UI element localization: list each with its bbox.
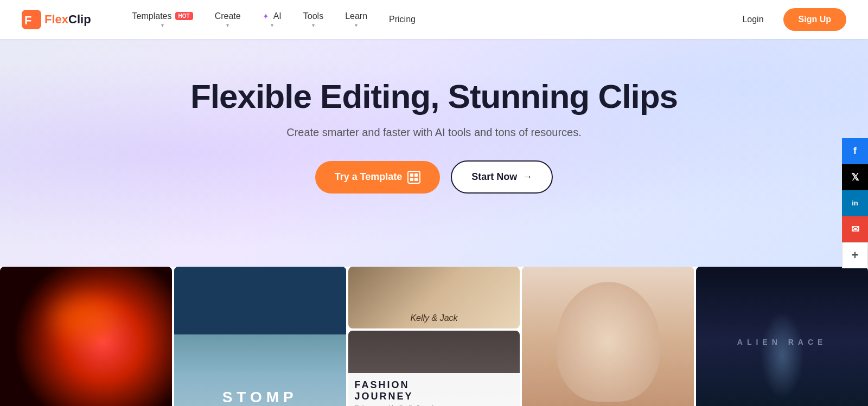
template-icon xyxy=(407,171,420,184)
hero-title: Flexible Editing, Stunning Clips xyxy=(22,77,846,115)
signup-button[interactable]: Sign Up xyxy=(783,8,846,31)
gallery-item-1[interactable] xyxy=(0,267,172,406)
nav-items: Templates HOT ▾ Create ▾ ✦ AI ▾ Tools ▾ xyxy=(124,8,734,31)
wedding-script: Kelly & Jack xyxy=(410,313,457,323)
svg-rect-4 xyxy=(410,178,413,181)
svg-text:F: F xyxy=(24,14,31,27)
scifi-label: ALIEN RACE xyxy=(737,338,827,346)
template-gallery: STOMP Kelly & Jack FASHION JOURNEY Style… xyxy=(0,267,868,406)
ai-star-icon: ✦ xyxy=(263,12,269,21)
nav-item-tools[interactable]: Tools ▾ xyxy=(295,8,332,31)
svg-rect-5 xyxy=(414,178,418,181)
svg-rect-3 xyxy=(414,173,418,177)
email-share-button[interactable]: ✉ xyxy=(842,216,868,242)
chevron-down-icon: ▾ xyxy=(161,22,164,28)
navbar: F FlexClip Templates HOT ▾ Create ▾ ✦ AI xyxy=(0,0,868,39)
nav-item-create[interactable]: Create ▾ xyxy=(206,8,250,31)
start-now-button[interactable]: Start Now → xyxy=(451,160,553,194)
gallery-item-4[interactable] xyxy=(522,267,694,406)
hero-subtitle: Create smarter and faster with AI tools … xyxy=(22,126,846,139)
login-button[interactable]: Login xyxy=(733,10,772,29)
fashion-title: FASHION xyxy=(355,379,514,391)
hero-buttons: Try a Template Start Now → xyxy=(22,160,846,194)
gallery-item-3[interactable]: Kelly & Jack FASHION JOURNEY Style your … xyxy=(348,267,520,406)
gallery-item-2[interactable]: STOMP xyxy=(174,267,346,406)
hero-section: Flexible Editing, Stunning Clips Create … xyxy=(0,39,868,267)
twitter-share-button[interactable]: 𝕏 xyxy=(842,164,868,190)
more-share-button[interactable]: + xyxy=(842,242,868,268)
chevron-down-icon: ▾ xyxy=(355,22,358,28)
chevron-down-icon: ▾ xyxy=(312,22,315,28)
arrow-right-icon: → xyxy=(522,171,532,183)
linkedin-share-button[interactable]: in xyxy=(842,190,868,216)
try-template-button[interactable]: Try a Template xyxy=(315,161,441,194)
svg-rect-2 xyxy=(410,173,413,177)
chevron-down-icon: ▾ xyxy=(226,22,229,28)
chevron-down-icon: ▾ xyxy=(271,22,273,28)
nav-item-ai[interactable]: ✦ AI ▾ xyxy=(254,8,290,31)
nav-right: Login Sign Up xyxy=(733,8,846,31)
nav-item-learn[interactable]: Learn ▾ xyxy=(336,8,376,31)
social-sidebar: f 𝕏 in ✉ + xyxy=(842,138,868,268)
facebook-share-button[interactable]: f xyxy=(842,138,868,164)
nav-item-templates[interactable]: Templates HOT ▾ xyxy=(124,8,202,31)
nav-item-pricing[interactable]: Pricing xyxy=(380,11,424,28)
gallery-item-5[interactable]: ALIEN RACE xyxy=(696,267,868,406)
logo-text: FlexClip xyxy=(44,12,91,27)
stomp-label: STOMP xyxy=(222,389,298,406)
fashion-subtitle: JOURNEY xyxy=(355,391,514,402)
logo[interactable]: F FlexClip xyxy=(22,10,91,29)
